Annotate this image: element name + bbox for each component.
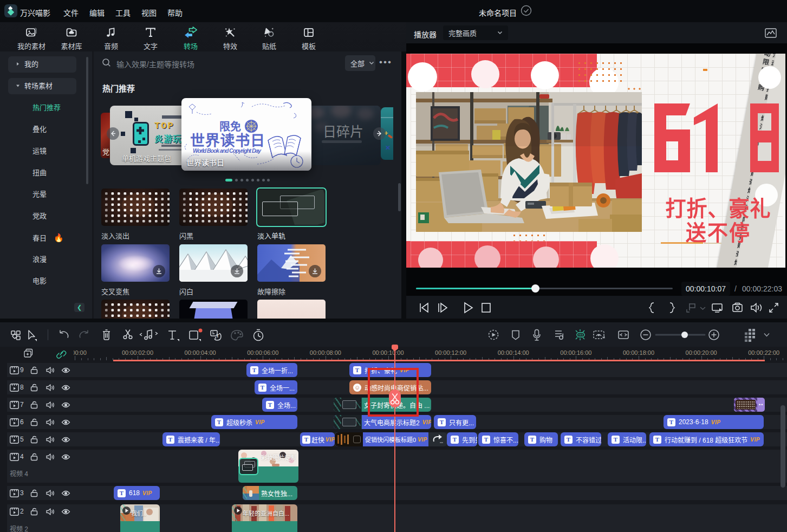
svg-text:世界读书日: 世界读书日 <box>190 133 265 149</box>
svg-text:T: T <box>216 333 219 339</box>
svg-text:限免: 限免 <box>219 120 241 133</box>
